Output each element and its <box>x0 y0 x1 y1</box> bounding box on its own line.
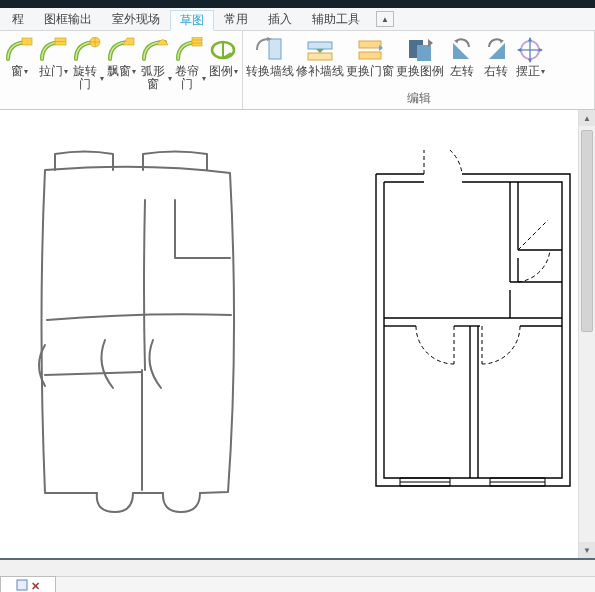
replace-door-win-label: 更换门窗 <box>346 65 394 78</box>
svg-marker-31 <box>528 59 532 63</box>
bay-window-label: 飘窗 <box>107 65 131 78</box>
arc-window-icon <box>140 35 170 65</box>
panel-tab-row: ✕ <box>0 577 595 592</box>
convert-wall-icon <box>255 35 285 65</box>
svg-rect-16 <box>359 41 381 48</box>
scroll-down-arrow-icon[interactable]: ▼ <box>579 542 595 558</box>
ribbon-group-edit: 转换墙线 修补墙线 <box>243 31 595 109</box>
ribbon-group-edit-label: 编辑 <box>243 91 594 109</box>
convert-wall-label: 转换墙线 <box>246 65 294 78</box>
svg-rect-6 <box>192 37 202 46</box>
align-tool[interactable]: 摆正▾ <box>513 33 547 78</box>
replace-legend-icon <box>405 35 435 65</box>
rotate-left-icon <box>447 35 477 65</box>
ribbon: 窗▾ 拉门▾ <box>0 31 595 110</box>
dropdown-arrow-icon: ▾ <box>64 65 68 78</box>
repair-wall-label: 修补墙线 <box>296 65 344 78</box>
panel-strip-1 <box>0 560 595 577</box>
menu-item-5[interactable]: 插入 <box>258 9 302 30</box>
sketch-converted <box>370 150 580 510</box>
bay-window-icon <box>106 35 136 65</box>
svg-rect-11 <box>269 39 281 59</box>
sketch-raw <box>25 140 255 520</box>
dropdown-arrow-icon: ▾ <box>24 65 28 78</box>
sliding-door-icon <box>38 35 68 65</box>
svg-marker-32 <box>517 48 521 52</box>
replace-legend-label: 更换图例 <box>396 65 444 78</box>
rotate-left-label: 左转 <box>450 65 474 78</box>
replace-door-win-icon <box>355 35 385 65</box>
vertical-scrollbar[interactable]: ▲ ▼ <box>578 110 595 558</box>
menu-item-6[interactable]: 辅助工具 <box>302 9 370 30</box>
panel-tab[interactable]: ✕ <box>0 576 56 592</box>
menu-item-0[interactable]: 程 <box>2 9 34 30</box>
scroll-up-arrow-icon[interactable]: ▲ <box>579 110 595 126</box>
menu-item-4[interactable]: 常用 <box>214 9 258 30</box>
drawing-canvas[interactable]: ▲ ▼ <box>0 110 595 558</box>
svg-marker-33 <box>539 48 543 52</box>
svg-rect-0 <box>22 38 32 45</box>
legend-icon <box>208 35 238 65</box>
replace-door-win[interactable]: 更换门窗 <box>345 33 395 78</box>
dropdown-arrow-icon: ▾ <box>234 65 238 78</box>
revolving-door-label: 旋转门 <box>70 65 99 91</box>
svg-rect-17 <box>359 52 381 59</box>
menu-item-1[interactable]: 图框输出 <box>34 9 102 30</box>
title-bar <box>0 0 595 8</box>
svg-marker-25 <box>489 43 505 59</box>
dropdown-arrow-icon: ▾ <box>132 65 136 78</box>
svg-marker-30 <box>528 37 532 41</box>
repair-wall-icon <box>305 35 335 65</box>
align-tool-label: 摆正 <box>516 65 540 78</box>
panel-tab-icon <box>16 579 28 592</box>
svg-marker-23 <box>453 43 469 59</box>
ribbon-group-draw: 窗▾ 拉门▾ <box>0 31 243 109</box>
scroll-thumb[interactable] <box>581 130 593 332</box>
replace-legend[interactable]: 更换图例 <box>395 33 445 78</box>
close-icon[interactable]: ✕ <box>31 580 40 593</box>
rotate-right-label: 右转 <box>484 65 508 78</box>
rolling-door-icon <box>174 35 204 65</box>
svg-rect-14 <box>308 53 332 60</box>
draw-window-icon <box>4 35 34 65</box>
legend-tool-label: 图例 <box>209 65 233 78</box>
win-tool-label: 窗 <box>11 65 23 78</box>
revolving-door-icon <box>72 35 102 65</box>
align-icon <box>515 35 545 65</box>
svg-rect-21 <box>417 45 431 61</box>
convert-wall[interactable]: 转换墙线 <box>245 33 295 78</box>
sliding-door-label: 拉门 <box>39 65 63 78</box>
rotate-right-icon <box>481 35 511 65</box>
menu-item-3[interactable]: 草图 <box>170 10 214 31</box>
rolling-door[interactable]: 卷帘门▾ <box>172 33 206 91</box>
svg-rect-13 <box>308 42 332 49</box>
bottom-panel: ✕ <box>0 558 595 592</box>
rotate-left[interactable]: 左转 <box>445 33 479 78</box>
arc-window[interactable]: 弧形窗▾ <box>138 33 172 91</box>
menu-item-2[interactable]: 室外现场 <box>102 9 170 30</box>
sliding-door[interactable]: 拉门▾ <box>36 33 70 78</box>
dropdown-arrow-icon: ▾ <box>541 65 545 78</box>
svg-marker-15 <box>316 49 324 53</box>
ribbon-collapse-button[interactable]: ▲ <box>376 11 394 27</box>
revolving-door[interactable]: 旋转门▾ <box>70 33 104 91</box>
menu-bar: 程 图框输出 室外现场 草图 常用 插入 辅助工具 ▲ <box>0 8 595 31</box>
rolling-door-label: 卷帘门 <box>172 65 201 91</box>
rotate-right[interactable]: 右转 <box>479 33 513 78</box>
bay-window[interactable]: 飘窗▾ <box>104 33 138 78</box>
svg-rect-58 <box>17 580 27 590</box>
win-tool[interactable]: 窗▾ <box>2 33 36 78</box>
legend-tool[interactable]: 图例▾ <box>206 33 240 78</box>
repair-wall[interactable]: 修补墙线 <box>295 33 345 78</box>
arc-window-label: 弧形窗 <box>138 65 167 91</box>
ribbon-group-draw-label <box>0 91 242 109</box>
